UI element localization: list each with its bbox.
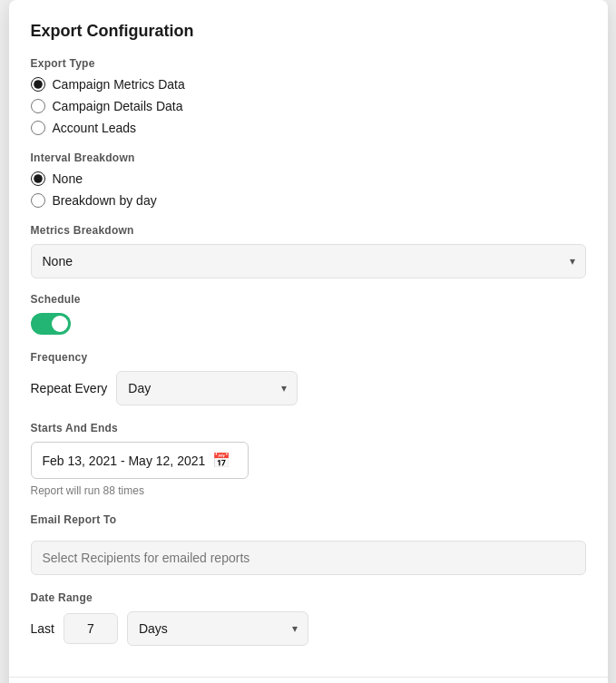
- radio-campaign-details[interactable]: [31, 99, 45, 113]
- toggle-thumb: [52, 316, 68, 332]
- email-section: Email Report To: [31, 513, 586, 575]
- date-range-number-input[interactable]: [64, 613, 118, 644]
- radio-item-breakdown-day[interactable]: Breakdown by day: [31, 193, 586, 208]
- modal-title: Export Configuration: [31, 22, 586, 41]
- starts-ends-label: Starts And Ends: [31, 422, 586, 434]
- date-range-section: Date Range Last Days Weeks Months ▾: [31, 591, 586, 646]
- export-type-label: Export Type: [31, 57, 586, 70]
- radio-none-interval-label: None: [53, 171, 83, 186]
- date-range-unit-select[interactable]: Days Weeks Months: [127, 611, 308, 646]
- export-configuration-modal: Export Configuration Export Type Campaig…: [9, 0, 608, 683]
- radio-campaign-metrics-label: Campaign Metrics Data: [53, 77, 185, 92]
- frequency-row: Repeat Every Day Week Month ▾: [31, 371, 586, 405]
- checkmark-icon: ✓: [36, 317, 44, 327]
- radio-breakdown-day[interactable]: [31, 193, 45, 208]
- radio-item-campaign-metrics[interactable]: Campaign Metrics Data: [31, 77, 586, 92]
- schedule-section: Schedule ✓: [31, 293, 586, 335]
- radio-account-leads-label: Account Leads: [53, 121, 137, 135]
- toggle-track: ✓: [31, 313, 71, 335]
- radio-item-none-interval[interactable]: None: [31, 171, 586, 186]
- interval-breakdown-label: Interval Breakdown: [31, 151, 586, 164]
- calendar-icon: 📅: [212, 452, 230, 469]
- metrics-breakdown-select[interactable]: None By Campaign By Channel: [31, 244, 586, 278]
- schedule-toggle-container: ✓: [31, 313, 586, 335]
- email-report-input[interactable]: [31, 541, 586, 575]
- date-range-value: Feb 13, 2021 - May 12, 2021: [43, 454, 206, 468]
- export-type-section: Export Type Campaign Metrics Data Campai…: [31, 57, 586, 135]
- starts-ends-section: Starts And Ends Feb 13, 2021 - May 12, 2…: [31, 422, 586, 497]
- interval-breakdown-radio-group: None Breakdown by day: [31, 171, 586, 208]
- modal-footer: Cancel Save Save & Export: [9, 677, 608, 683]
- radio-campaign-metrics[interactable]: [31, 77, 45, 92]
- metrics-breakdown-section: Metrics Breakdown None By Campaign By Ch…: [31, 224, 586, 278]
- metrics-breakdown-label: Metrics Breakdown: [31, 224, 586, 237]
- run-info: Report will run 88 times: [31, 484, 586, 497]
- radio-none-interval[interactable]: [31, 171, 45, 186]
- schedule-toggle[interactable]: ✓: [31, 313, 71, 335]
- export-type-radio-group: Campaign Metrics Data Campaign Details D…: [31, 77, 586, 135]
- frequency-section: Frequency Repeat Every Day Week Month ▾: [31, 351, 586, 405]
- schedule-label: Schedule: [31, 293, 586, 306]
- email-report-label: Email Report To: [31, 513, 586, 526]
- modal-body: Export Configuration Export Type Campaig…: [9, 0, 608, 677]
- radio-item-campaign-details[interactable]: Campaign Details Data: [31, 99, 586, 113]
- frequency-select[interactable]: Day Week Month: [116, 371, 298, 405]
- metrics-breakdown-select-wrapper: None By Campaign By Channel ▾: [31, 244, 586, 278]
- radio-account-leads[interactable]: [31, 121, 45, 135]
- last-label: Last: [31, 621, 54, 636]
- radio-breakdown-day-label: Breakdown by day: [53, 193, 157, 208]
- frequency-label: Frequency: [31, 351, 586, 364]
- radio-item-account-leads[interactable]: Account Leads: [31, 121, 586, 135]
- date-range-unit-wrapper: Days Weeks Months ▾: [127, 611, 308, 646]
- date-range-input[interactable]: Feb 13, 2021 - May 12, 2021 📅: [31, 442, 249, 479]
- radio-campaign-details-label: Campaign Details Data: [53, 99, 183, 113]
- date-range-label: Date Range: [31, 591, 586, 604]
- date-range-row: Last Days Weeks Months ▾: [31, 611, 586, 646]
- repeat-every-label: Repeat Every: [31, 381, 108, 395]
- interval-breakdown-section: Interval Breakdown None Breakdown by day: [31, 151, 586, 208]
- frequency-select-wrapper: Day Week Month ▾: [116, 371, 298, 405]
